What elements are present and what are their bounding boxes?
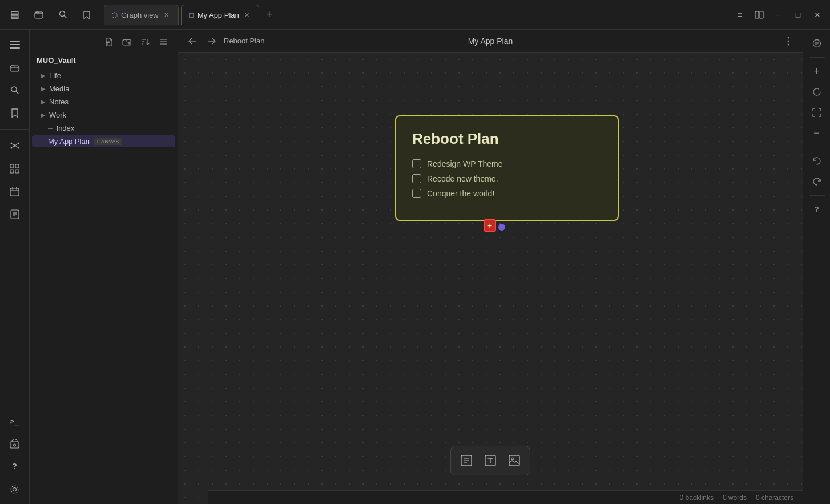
svg-line-10: [16, 91, 18, 94]
canvas-badge: CANVAS: [94, 138, 122, 145]
minimize-btn[interactable]: ─: [771, 7, 787, 23]
left-icon-sidebar: >_ ?: [0, 30, 30, 504]
canvas-icon[interactable]: [5, 158, 25, 179]
maximize-btn[interactable]: □: [790, 7, 806, 23]
canvas-area: Reboot Plan My App Plan Reboot Plan Rede…: [178, 30, 803, 504]
svg-rect-32: [10, 442, 19, 448]
undo-btn[interactable]: [808, 152, 826, 170]
svg-rect-59: [509, 455, 519, 466]
search-btn[interactable]: [53, 5, 73, 25]
bookmark-icon[interactable]: [5, 103, 25, 123]
svg-rect-21: [15, 164, 19, 168]
svg-line-18: [12, 146, 14, 147]
terminal-icon[interactable]: >_: [5, 410, 25, 431]
svg-rect-5: [10, 41, 20, 42]
connection-dot: [498, 224, 505, 231]
tree-item-my-app-plan[interactable]: My App Plan CANVAS: [32, 135, 175, 147]
calendar-icon[interactable]: [5, 181, 25, 201]
open-file-btn[interactable]: [29, 5, 49, 25]
help-icon[interactable]: ?: [5, 456, 25, 477]
checkbox-item-1: Redesign WP Theme: [412, 159, 602, 168]
svg-point-53: [788, 43, 789, 45]
canvas-more-btn[interactable]: [781, 34, 796, 49]
title-bar-left: ▤: [5, 5, 97, 25]
sidebar-toggle-icon[interactable]: [5, 34, 25, 55]
back-btn[interactable]: [185, 34, 200, 49]
vault-icon[interactable]: [5, 433, 25, 454]
vault-name: MUO_Vault: [30, 54, 178, 69]
svg-point-33: [14, 444, 16, 446]
tab-my-app-plan[interactable]: ◻ My App Plan ✕: [181, 5, 259, 25]
help-btn[interactable]: ?: [808, 200, 826, 219]
tree-item-life[interactable]: ▶ Life: [32, 70, 175, 82]
notes-label: Notes: [49, 98, 69, 106]
svg-point-11: [14, 144, 16, 147]
svg-rect-24: [10, 188, 19, 196]
rs-divider-2: [809, 147, 825, 147]
zoom-out-btn[interactable]: −: [808, 124, 826, 142]
note-card[interactable]: Reboot Plan Redesign WP Theme Recode new…: [395, 115, 619, 221]
checkbox-item-3: Conquer the world!: [412, 189, 602, 198]
forward-btn[interactable]: [204, 34, 219, 49]
tree-item-media[interactable]: ▶ Media: [32, 83, 175, 95]
redo-btn[interactable]: [808, 172, 826, 191]
my-app-plan-label: My App Plan: [48, 137, 90, 146]
tree-item-work[interactable]: ▶ Work: [32, 109, 175, 121]
tree-item-notes[interactable]: ▶ Notes: [32, 96, 175, 108]
rs-divider: [809, 57, 825, 58]
add-media-card-btn[interactable]: [503, 450, 525, 471]
reset-zoom-btn[interactable]: [808, 83, 826, 101]
chevron-right-icon: ▶: [41, 112, 46, 118]
connection-handle[interactable]: +: [484, 219, 496, 232]
title-bar: ▤ ⬡ Graph view ✕ ◻ My App Plan ✕ + ≡ ─ □…: [0, 0, 830, 30]
notes-icon[interactable]: [5, 204, 25, 224]
graph-view-tab-icon: ⬡: [111, 11, 118, 19]
tab-graph-view[interactable]: ⬡ Graph view ✕: [104, 5, 179, 25]
new-note-action[interactable]: [101, 34, 116, 49]
graph-view-tab-label: Graph view: [121, 11, 159, 19]
toggle-sidebar-btn[interactable]: ▤: [5, 5, 25, 25]
svg-rect-8: [10, 66, 19, 71]
bookmark-btn[interactable]: [76, 5, 97, 25]
split-view-btn[interactable]: [751, 7, 767, 23]
add-tab-button[interactable]: +: [261, 7, 277, 23]
svg-rect-23: [15, 170, 19, 173]
properties-btn[interactable]: [808, 34, 826, 53]
add-text-card-btn[interactable]: [480, 450, 501, 471]
media-label: Media: [49, 84, 69, 93]
tree-item-index[interactable]: ─ Index: [32, 122, 175, 134]
checkbox-conquer[interactable]: [412, 189, 421, 198]
checkbox-recode[interactable]: [412, 174, 421, 183]
sort-action[interactable]: [138, 34, 152, 49]
canvas-toolbar: Reboot Plan My App Plan: [178, 30, 803, 53]
canvas-bottom-toolbar: [450, 446, 530, 475]
zoom-in-btn[interactable]: +: [808, 62, 826, 80]
svg-line-17: [16, 144, 18, 145]
svg-rect-3: [755, 11, 759, 18]
add-note-card-btn[interactable]: [456, 450, 477, 471]
status-bar: 0 backlinks 0 words 0 characters: [208, 490, 803, 504]
my-app-plan-tab-label: My App Plan: [198, 11, 239, 19]
svg-line-19: [16, 146, 18, 147]
svg-rect-20: [10, 164, 14, 168]
search-icon[interactable]: [5, 80, 25, 100]
tab-my-app-plan-close[interactable]: ✕: [243, 10, 252, 19]
graph-view-icon[interactable]: [5, 135, 25, 156]
file-explorer-header: [30, 30, 178, 54]
collapse-all-action[interactable]: [156, 34, 171, 49]
rs-divider-3: [809, 195, 825, 196]
canvas-content[interactable]: Reboot Plan Redesign WP Theme Recode new…: [178, 53, 803, 504]
svg-rect-22: [10, 170, 14, 173]
backlinks-count: 0 backlinks: [680, 494, 714, 502]
fit-view-btn[interactable]: [808, 103, 826, 122]
tab-graph-view-close[interactable]: ✕: [162, 10, 171, 19]
file-open-icon[interactable]: [5, 57, 25, 78]
window-controls: ≡ ─ □ ✕: [732, 7, 825, 23]
breadcrumb: Reboot Plan: [224, 37, 265, 45]
checkbox-redesign[interactable]: [412, 159, 421, 168]
settings-icon[interactable]: [5, 479, 25, 499]
checkbox-conquer-label: Conquer the world!: [427, 189, 494, 198]
tab-list-btn[interactable]: ≡: [732, 7, 748, 23]
new-folder-action[interactable]: [119, 34, 134, 49]
close-btn[interactable]: ✕: [809, 7, 825, 23]
